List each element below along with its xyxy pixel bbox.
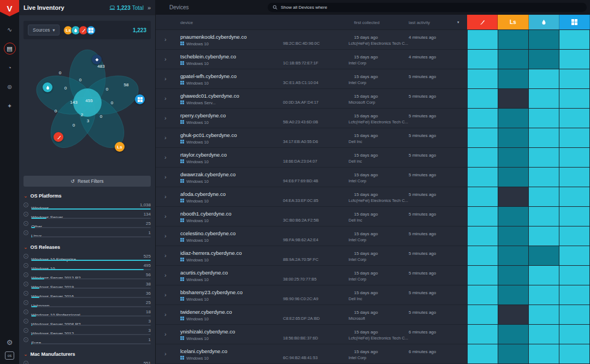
presence-cell[interactable] xyxy=(468,246,498,265)
presence-cell[interactable] xyxy=(529,226,559,246)
sources-icon[interactable]: ⊚ xyxy=(4,81,16,93)
presence-cell[interactable] xyxy=(559,187,590,206)
filter-item[interactable]: ›Unknown25 xyxy=(23,300,151,309)
presence-cell[interactable] xyxy=(529,168,559,187)
filter-group-header[interactable]: ⌄Mac Manufacturers xyxy=(23,351,151,357)
presence-cell[interactable] xyxy=(468,325,498,344)
row-expand-chevron[interactable]: › xyxy=(164,75,167,82)
device-name[interactable]: bbshareny23.cyberdyne.co xyxy=(180,289,243,295)
presence-cell[interactable] xyxy=(468,50,498,69)
sources-dropdown[interactable]: Sources ▾ xyxy=(28,25,60,35)
presence-cell[interactable] xyxy=(559,109,590,128)
presence-cell[interactable] xyxy=(498,69,529,88)
row-expand-chevron[interactable]: › xyxy=(164,311,167,318)
presence-cell[interactable] xyxy=(559,30,590,49)
presence-cell[interactable] xyxy=(529,305,559,324)
presence-cell[interactable] xyxy=(468,30,498,49)
row-expand-chevron[interactable]: › xyxy=(164,213,167,219)
device-name[interactable]: idiaz-herrera.cyberdyne.co xyxy=(180,250,241,256)
device-row[interactable]: ›ghawedc01.cyberdyne.coWindows Serv...00… xyxy=(156,89,590,109)
source-windows-icon[interactable] xyxy=(135,94,145,104)
filter-item[interactable]: ›Windows 10 Professional18 xyxy=(23,309,151,318)
source-red-icon[interactable] xyxy=(54,132,63,142)
filter-item[interactable]: ›Windows Server 2008 R23 xyxy=(23,318,151,327)
collapse-panel-icon[interactable]: » xyxy=(148,4,151,11)
presence-cell[interactable] xyxy=(468,148,498,167)
device-row[interactable]: ›nbooth1.cyberdyne.coWindows 103C:B0:B6:… xyxy=(156,207,590,226)
filter-item[interactable]: ›Linux1 xyxy=(23,230,151,239)
presence-cell[interactable] xyxy=(498,285,529,305)
source-teal-icon[interactable] xyxy=(43,82,52,92)
row-expand-chevron[interactable]: › xyxy=(164,115,167,121)
presence-cell[interactable] xyxy=(498,305,529,324)
col-last-activity[interactable]: last activity xyxy=(409,20,430,25)
source-overlap-diagram[interactable]: 4830000580143455002030Ls xyxy=(30,48,148,165)
filter-target-icon[interactable]: › xyxy=(23,291,28,296)
presence-cell[interactable] xyxy=(529,69,559,88)
app-logo[interactable]: V xyxy=(0,0,19,16)
presence-cell[interactable] xyxy=(529,207,559,226)
presence-cell[interactable] xyxy=(559,285,590,305)
presence-cell[interactable] xyxy=(559,168,590,187)
filter-target-icon[interactable]: › xyxy=(23,221,28,226)
device-row[interactable]: ›idiaz-herrera.cyberdyne.coWindows 108B:… xyxy=(156,246,590,266)
filter-item[interactable]: ›Windows Server 20123 xyxy=(23,327,151,337)
source-orange-ls-column[interactable]: Ls xyxy=(498,15,528,29)
device-name[interactable]: rperry.cyberdyne.co xyxy=(180,112,226,118)
device-row[interactable]: ›ccelestino.cyberdyne.coWindows 109B:FA:… xyxy=(156,226,590,246)
filter-group-header[interactable]: ⌄OS Releases xyxy=(23,244,151,250)
filter-target-icon[interactable]: › xyxy=(23,361,28,364)
device-name[interactable]: ghuk-pc01.cyberdyne.co xyxy=(180,132,237,138)
device-row[interactable]: ›ghuk-pc01.cyberdyne.coWindows 1034:17:E… xyxy=(156,128,590,148)
presence-cell[interactable] xyxy=(529,246,559,265)
presence-cell[interactable] xyxy=(559,128,590,147)
filter-item[interactable]: ›Windows Server134 xyxy=(23,211,151,220)
presence-cell[interactable] xyxy=(559,226,590,246)
row-expand-chevron[interactable]: › xyxy=(164,272,167,278)
row-expand-chevron[interactable]: › xyxy=(164,350,167,357)
presence-cell[interactable] xyxy=(559,50,590,69)
device-row[interactable]: ›lcelani.cyberdyne.coWindows 106C:94:B2:… xyxy=(156,344,590,364)
presence-cell[interactable] xyxy=(498,246,529,265)
presence-cell[interactable] xyxy=(498,148,529,167)
search-input[interactable] xyxy=(281,5,582,10)
row-expand-chevron[interactable]: › xyxy=(164,193,167,200)
device-row[interactable]: ›gpatel-wfh.cyberdyne.coWindows 103C:E1:… xyxy=(156,69,590,89)
filter-item[interactable]: ›Other25 xyxy=(23,220,151,230)
presence-cell[interactable] xyxy=(498,207,529,226)
device-name[interactable]: pnaumenkoold.cyberdyne.co xyxy=(180,34,246,40)
presence-cell[interactable] xyxy=(498,325,529,344)
device-row[interactable]: ›pnaumenkoold.cyberdyne.coWindows 109B:2… xyxy=(156,30,590,50)
filter-target-icon[interactable]: › xyxy=(23,309,28,314)
device-name[interactable]: lcelani.cyberdyne.co xyxy=(180,348,227,354)
device-row[interactable]: ›bbshareny23.cyberdyne.coWindows 109B:90… xyxy=(156,285,590,305)
presence-cell[interactable] xyxy=(529,148,559,167)
device-name[interactable]: rtaylor.cyberdyne.co xyxy=(180,152,227,158)
presence-cell[interactable] xyxy=(529,50,559,69)
presence-cell[interactable] xyxy=(468,89,498,108)
row-expand-chevron[interactable]: › xyxy=(164,174,167,180)
source-windows-icon[interactable] xyxy=(86,26,96,35)
presence-cell[interactable] xyxy=(529,344,559,363)
source-red-column[interactable] xyxy=(467,15,498,29)
presence-cell[interactable] xyxy=(529,266,559,285)
filter-item[interactable]: ›Windows Server 2012 R256 xyxy=(23,272,151,281)
device-name[interactable]: gpatel-wfh.cyberdyne.co xyxy=(180,73,237,79)
device-row[interactable]: ›dwawrzak.cyberdyne.coWindows 1094:E6:F7… xyxy=(156,168,590,187)
device-name[interactable]: afoda.cyberdyne.co xyxy=(180,191,226,197)
filter-item[interactable]: ›Intel Corp551 xyxy=(23,360,151,364)
presence-cell[interactable] xyxy=(559,266,590,285)
presence-cell[interactable] xyxy=(498,89,529,108)
device-row[interactable]: ›ynishizaki.cyberdyne.coWindows 1018:56:… xyxy=(156,325,590,344)
device-name[interactable]: ghawedc01.cyberdyne.co xyxy=(180,93,239,99)
presence-cell[interactable] xyxy=(498,50,529,69)
row-expand-chevron[interactable]: › xyxy=(164,331,167,337)
filter-target-icon[interactable]: › xyxy=(23,337,28,342)
filter-target-icon[interactable]: › xyxy=(23,263,28,268)
row-expand-chevron[interactable]: › xyxy=(164,36,167,43)
presence-cell[interactable] xyxy=(559,69,590,88)
presence-cell[interactable] xyxy=(529,109,559,128)
filter-group-header[interactable]: ⌄OS Platforms xyxy=(23,193,151,199)
device-search[interactable] xyxy=(268,3,587,12)
presence-cell[interactable] xyxy=(468,344,498,363)
